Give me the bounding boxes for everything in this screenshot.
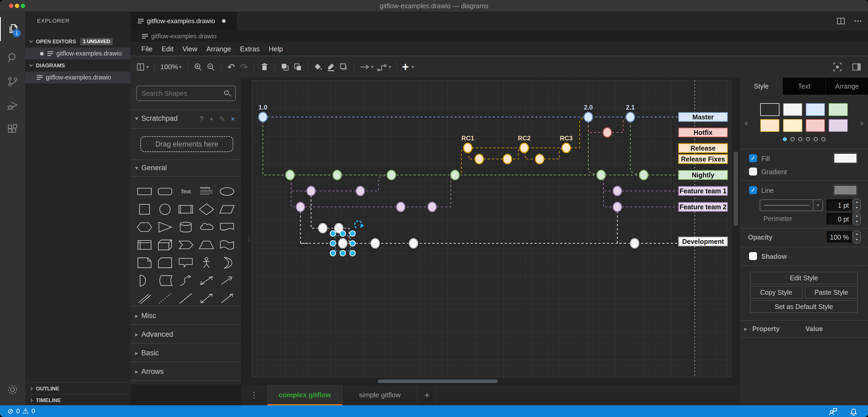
- fill-color-swatch[interactable]: [834, 153, 857, 163]
- shape-square[interactable]: [134, 200, 155, 218]
- style-swatch-3[interactable]: [829, 103, 848, 116]
- shape-bidirectional-arrow[interactable]: [196, 271, 217, 289]
- shape-data-storage[interactable]: [155, 271, 176, 289]
- swatch-page-dot-3[interactable]: [806, 137, 810, 141]
- diagram-canvas[interactable]: 1.02.02.1RC1RC2RC3MasterHotfixReleaseRel…: [241, 78, 740, 384]
- connection-button[interactable]: ▾: [358, 60, 375, 74]
- menu-view[interactable]: View: [178, 43, 202, 55]
- shape-text[interactable]: Text: [175, 183, 196, 200]
- selection-handle[interactable]: [330, 231, 336, 236]
- outline-section-header[interactable]: OUTLINE: [25, 382, 130, 394]
- format-tab-arrange[interactable]: Arrange: [826, 78, 868, 95]
- shape-diamond[interactable]: [196, 200, 217, 218]
- sidebar-item-run-debug[interactable]: [0, 94, 25, 118]
- shape-step[interactable]: [175, 236, 196, 254]
- commit-node-blue[interactable]: [584, 112, 593, 122]
- commit-node-blue[interactable]: [626, 112, 634, 122]
- shape-line[interactable]: [175, 289, 196, 307]
- shape-cloud[interactable]: [196, 218, 217, 236]
- perimeter-stepper[interactable]: ▴▾: [853, 213, 861, 225]
- shape-card[interactable]: [155, 254, 176, 271]
- sidebar-item-explorer[interactable]: 1: [0, 17, 25, 41]
- commit-node-white[interactable]: [318, 223, 327, 233]
- problems-indicator[interactable]: ⊘ 0 ⚠ 0: [0, 407, 35, 415]
- to-front-button[interactable]: [279, 60, 291, 74]
- format-tab-style[interactable]: Style: [740, 78, 783, 95]
- commit-node-purple[interactable]: [613, 202, 622, 212]
- swatch-page-dot-2[interactable]: [798, 137, 802, 141]
- commit-node-red[interactable]: [603, 128, 612, 137]
- feedback-icon[interactable]: [828, 406, 838, 416]
- perimeter-input[interactable]: 0 pt: [827, 213, 852, 224]
- fullscreen-icon[interactable]: [832, 62, 842, 72]
- style-swatch-5[interactable]: [783, 119, 802, 132]
- swatch-prev-button[interactable]: ‹: [745, 118, 748, 128]
- commit-node-white[interactable]: [338, 238, 347, 248]
- section-misc[interactable]: ▸Misc: [135, 312, 156, 320]
- shape-document[interactable]: [217, 218, 237, 236]
- commit-node-green[interactable]: [333, 170, 341, 180]
- shape-internal-storage[interactable]: [134, 236, 155, 254]
- shape-or[interactable]: [217, 254, 237, 271]
- scratchpad-close-icon[interactable]: ×: [231, 115, 235, 123]
- shape-parallelogram[interactable]: [217, 200, 237, 218]
- shape-curve[interactable]: [175, 271, 196, 289]
- zoom-out-button[interactable]: [204, 60, 217, 74]
- notifications-bell-icon[interactable]: [849, 406, 859, 416]
- shape-bidirectional-connector[interactable]: [196, 289, 217, 307]
- style-swatch-6[interactable]: [806, 119, 825, 132]
- menu-extras[interactable]: Extras: [236, 43, 264, 55]
- line-style-dropdown[interactable]: ▾: [760, 199, 823, 211]
- commit-node-orange[interactable]: [503, 154, 512, 164]
- commit-node-purple[interactable]: [428, 202, 436, 212]
- shape-directional-connector[interactable]: [217, 289, 237, 307]
- waypoints-button[interactable]: ▾: [375, 60, 393, 74]
- commit-node-orange[interactable]: [535, 154, 544, 164]
- shape-rectangle[interactable]: [134, 183, 155, 200]
- selection-handle[interactable]: [340, 231, 346, 236]
- commit-node-white[interactable]: [409, 238, 418, 248]
- line-color-button[interactable]: [324, 60, 337, 74]
- commit-node-orange[interactable]: [464, 143, 472, 153]
- line-width-stepper[interactable]: ▴▾: [853, 199, 861, 212]
- shape-textbox[interactable]: Heading: [196, 183, 217, 200]
- selection-handle[interactable]: [350, 251, 355, 256]
- menu-file[interactable]: File: [137, 43, 157, 55]
- section-advanced[interactable]: ▸Advanced: [135, 330, 173, 339]
- sidebar-item-extensions[interactable]: [0, 118, 25, 141]
- shape-and[interactable]: [134, 271, 155, 289]
- selection-handle[interactable]: [350, 241, 355, 246]
- line-checkbox[interactable]: ✓: [749, 186, 757, 194]
- menu-help[interactable]: Help: [264, 43, 287, 55]
- open-editors-header[interactable]: OPEN EDITORS 1 UNSAVED: [25, 36, 130, 47]
- shape-note[interactable]: [134, 254, 155, 271]
- opacity-stepper[interactable]: ▴▾: [853, 231, 861, 243]
- section-arrows[interactable]: ▸Arrows: [135, 367, 164, 376]
- style-swatch-1[interactable]: [783, 103, 802, 116]
- style-swatch-7[interactable]: [829, 119, 848, 132]
- shape-tape[interactable]: [217, 236, 237, 254]
- commit-node-green[interactable]: [451, 170, 459, 180]
- scratchpad-dropzone[interactable]: Drag elements here: [140, 136, 234, 152]
- selection-handle[interactable]: [330, 241, 336, 246]
- insert-button[interactable]: +▾: [400, 60, 416, 74]
- line-width-input[interactable]: 1 pt: [827, 199, 852, 211]
- scratchpad-help-icon[interactable]: ?: [199, 115, 203, 123]
- more-actions-icon[interactable]: [853, 16, 863, 26]
- style-swatch-0[interactable]: [760, 103, 779, 116]
- section-basic[interactable]: ▸Basic: [135, 349, 159, 357]
- page-tab-simple-gitflow[interactable]: simple gitflow: [342, 385, 417, 406]
- diagram-file-item[interactable]: gitflow-examples.drawio: [25, 71, 130, 84]
- shape-link[interactable]: [134, 289, 155, 307]
- shape-actor[interactable]: [196, 254, 217, 271]
- open-editor-item[interactable]: gitflow-examples.drawio: [25, 47, 130, 60]
- shape-triangle[interactable]: [155, 218, 176, 236]
- shape-arrow[interactable]: [217, 271, 237, 289]
- canvas-horizontal-scrollbar[interactable]: [378, 380, 498, 383]
- swatch-page-dot-4[interactable]: [814, 137, 818, 141]
- fill-color-button[interactable]: [312, 60, 324, 74]
- selection-handle[interactable]: [350, 231, 355, 236]
- fill-checkbox[interactable]: ✓: [749, 154, 757, 162]
- scratchpad-add-icon[interactable]: +: [209, 115, 213, 123]
- shape-ellipse[interactable]: [217, 183, 237, 200]
